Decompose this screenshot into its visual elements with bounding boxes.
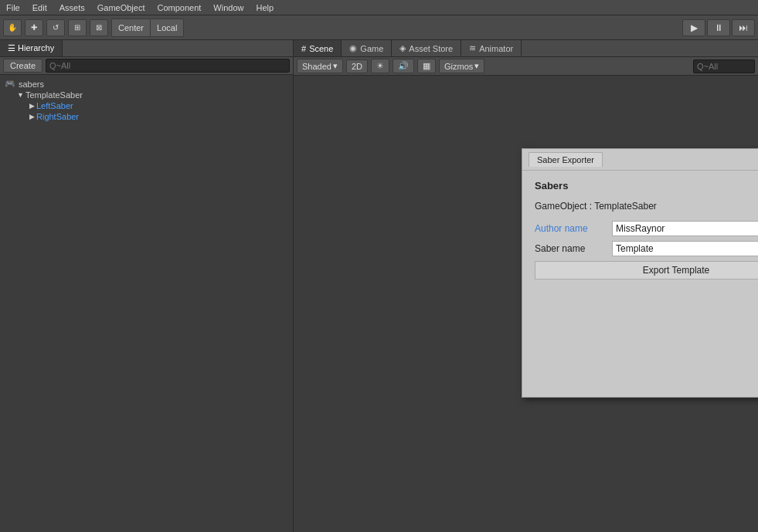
scale-tool-btn[interactable]: ⊞ (68, 19, 87, 36)
menu-component[interactable]: Component (154, 2, 204, 14)
scene-tab[interactable]: # Scene (294, 40, 342, 56)
hierarchy-content: 🎮 sabers ▼ TemplateSaber ▶ LeftSaber ▶ R… (0, 75, 293, 532)
menu-window[interactable]: Window (210, 2, 246, 14)
animator-tab-label: Animator (479, 44, 513, 53)
audio-button[interactable]: 🔊 (393, 59, 414, 73)
asset-store-tab-label: Asset Store (409, 44, 453, 53)
menu-edit[interactable]: Edit (29, 2, 50, 14)
hierarchy-search[interactable] (46, 59, 290, 73)
animator-tab-icon: ≋ (469, 43, 476, 53)
hand-tool-btn[interactable]: ✋ (3, 19, 22, 36)
saber-name-input[interactable] (612, 241, 758, 256)
hierarchy-panel: ☰ Hierarchy Create 🎮 sabers ▼ TemplateSa… (0, 40, 294, 532)
leftsaber-label: LeftSaber (36, 101, 73, 110)
hierarchy-tab-label: Hierarchy (18, 43, 54, 53)
templatesaber-label: TemplateSaber (25, 90, 83, 100)
dialog-gameobject-label: GameObject : TemplateSaber (535, 201, 758, 212)
hierarchy-item-templatesaber[interactable]: ▼ TemplateSaber (15, 90, 290, 100)
hierarchy-toolbar: Create (0, 57, 293, 75)
fx-button[interactable]: ▦ (417, 59, 436, 73)
game-tab-icon: ◉ (349, 43, 357, 53)
game-tab[interactable]: ◉ Game (342, 40, 392, 56)
toolbar: ✋ ✚ ↺ ⊞ ⊠ Center Local ▶ ⏸ ⏭ (0, 15, 758, 40)
gizmos-chevron: ▾ (474, 61, 479, 71)
rightsaber-expand-icon: ▶ (29, 113, 35, 120)
asset-store-tab[interactable]: ◈ Asset Store (392, 40, 461, 56)
move-tool-btn[interactable]: ✚ (25, 19, 43, 36)
center-local-group: Center Local (111, 19, 184, 37)
pause-button[interactable]: ⏸ (707, 19, 730, 36)
viewport: # Scene ◉ Game ◈ Asset Store ≋ Animator … (294, 40, 758, 532)
dialog-titlebar: Saber Exporter _ ✕ (522, 149, 758, 171)
hierarchy-item-leftsaber[interactable]: ▶ LeftSaber (28, 100, 290, 111)
menu-help[interactable]: Help (253, 2, 277, 14)
dialog-content: Sabers GameObject : TemplateSaber Author… (522, 171, 758, 397)
play-controls: ▶ ⏸ ⏭ (682, 19, 755, 36)
saber-name-row: Saber name (535, 241, 758, 256)
shaded-chevron: ▾ (333, 61, 338, 71)
panel-tabs: ☰ Hierarchy (0, 40, 293, 57)
rightsaber-label: RightSaber (36, 112, 79, 121)
rotate-tool-btn[interactable]: ↺ (46, 19, 65, 36)
menu-gameobject[interactable]: GameObject (94, 2, 148, 14)
hierarchy-item-rightsaber[interactable]: ▶ RightSaber (28, 111, 290, 122)
2d-button[interactable]: 2D (346, 59, 368, 73)
dialog-empty-area (535, 280, 758, 388)
viewport-toolbar: Shaded ▾ 2D ☀ 🔊 ▦ Gizmos ▾ (294, 57, 758, 76)
hierarchy-tab[interactable]: ☰ Hierarchy (0, 40, 63, 56)
export-template-button[interactable]: Export Template (535, 261, 758, 280)
asset-store-tab-icon: ◈ (399, 43, 406, 53)
main-layout: ☰ Hierarchy Create 🎮 sabers ▼ TemplateSa… (0, 40, 758, 532)
shaded-button[interactable]: Shaded ▾ (297, 59, 343, 73)
animator-tab[interactable]: ≋ Animator (461, 40, 522, 56)
scene-tab-icon: # (301, 44, 306, 53)
saber-name-label: Saber name (535, 243, 612, 254)
menu-bar: File Edit Assets GameObject Component Wi… (0, 0, 758, 15)
viewport-tabs: # Scene ◉ Game ◈ Asset Store ≋ Animator (294, 40, 758, 57)
center-button[interactable]: Center (112, 19, 151, 36)
menu-assets[interactable]: Assets (56, 2, 88, 14)
dialog-section-title: Sabers (535, 180, 758, 191)
author-name-input[interactable] (612, 221, 758, 236)
play-button[interactable]: ▶ (682, 19, 705, 36)
lighting-button[interactable]: ☀ (371, 59, 389, 73)
shaded-label: Shaded (302, 62, 331, 71)
menu-file[interactable]: File (3, 2, 23, 14)
hierarchy-tab-icon: ☰ (8, 43, 15, 53)
expand-icon: ▼ (17, 91, 24, 99)
author-name-row: Author name (535, 221, 758, 236)
saber-exporter-dialog[interactable]: Saber Exporter _ ✕ Sabers GameObject : T… (522, 148, 758, 398)
rect-tool-btn[interactable]: ⊠ (90, 19, 108, 36)
dialog-overlay: Saber Exporter _ ✕ Sabers GameObject : T… (294, 40, 758, 532)
sabers-label: sabers (19, 80, 44, 89)
viewport-search[interactable] (693, 59, 755, 73)
leftsaber-expand-icon: ▶ (29, 102, 35, 110)
dialog-tabs: Saber Exporter (529, 152, 603, 167)
author-name-label: Author name (535, 223, 612, 234)
sabers-icon: 🎮 (5, 79, 15, 89)
gizmos-button[interactable]: Gizmos ▾ (439, 59, 484, 73)
hierarchy-item-sabers[interactable]: 🎮 sabers (3, 78, 290, 90)
local-button[interactable]: Local (151, 19, 183, 36)
saber-exporter-tab[interactable]: Saber Exporter (529, 152, 603, 167)
game-tab-label: Game (360, 44, 383, 53)
create-button[interactable]: Create (3, 59, 42, 73)
step-button[interactable]: ⏭ (732, 19, 755, 36)
scene-tab-label: Scene (309, 44, 333, 53)
gizmos-label: Gizmos (444, 62, 473, 71)
